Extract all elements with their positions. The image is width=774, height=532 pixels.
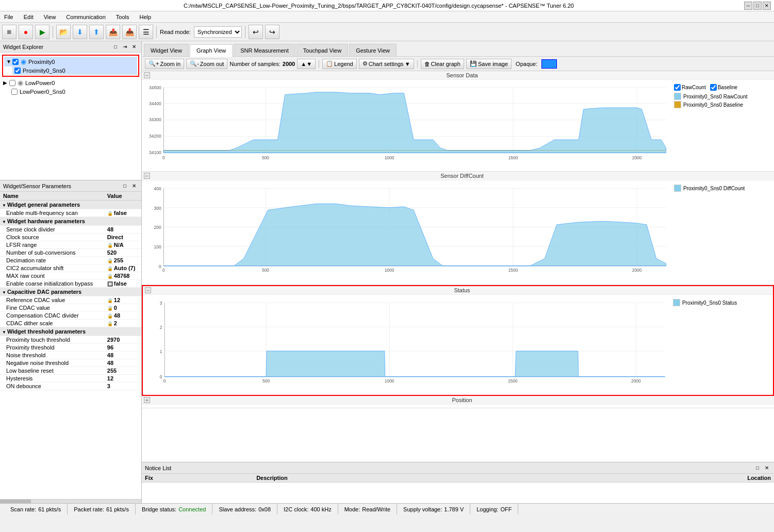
minimize-button[interactable]: ─ <box>744 2 752 10</box>
zoom-in-button[interactable]: 🔍+ Zoom in <box>145 59 184 69</box>
opaque-label: Opaque: <box>516 61 537 67</box>
param-value: 520 <box>104 249 141 257</box>
tree-toggle-lowpower0[interactable]: ▶ <box>3 80 8 86</box>
window-controls: ─ □ ✕ <box>744 2 771 10</box>
params-scrollbar[interactable] <box>0 499 141 503</box>
download-button[interactable]: ⬇ <box>73 25 87 39</box>
widget-explorer-header: Widget Explorer □ ⇥ ✕ <box>0 41 141 53</box>
record-button[interactable]: ● <box>19 25 33 39</box>
param-name: CIC2 accumulator shift <box>0 264 104 272</box>
params-panel-controls: □ ✕ <box>121 182 138 190</box>
param-value: 🔒12 <box>104 296 141 304</box>
menu-view[interactable]: View <box>42 13 58 21</box>
svg-text:2000: 2000 <box>631 378 641 384</box>
toolbar-separator-2 <box>156 26 157 38</box>
menu-tools[interactable]: Tools <box>114 13 131 21</box>
chart-status-collapse[interactable]: − <box>145 287 151 293</box>
upload-button[interactable]: ⬆ <box>89 25 104 39</box>
notice-col-description: Description <box>253 474 543 483</box>
export-button[interactable]: 📥 <box>122 25 137 39</box>
widget-explorer-icon2[interactable]: ⇥ <box>121 43 129 51</box>
status-logging: Logging: OFF <box>470 504 518 514</box>
undo-button[interactable]: ↩ <box>249 25 263 39</box>
notice-icon1[interactable]: □ <box>753 464 762 472</box>
lowpower0-checkbox[interactable] <box>9 80 15 86</box>
lowpower0-sns0-checkbox[interactable] <box>11 89 18 95</box>
tab-widget-view[interactable]: Widget View <box>144 44 189 56</box>
menu-communication[interactable]: Communication <box>64 13 107 21</box>
tree-node-proximity0-sns0[interactable]: Proximity0_Sns0 <box>12 66 137 75</box>
chart-status-title: Status <box>153 287 771 293</box>
menu-edit[interactable]: Edit <box>22 13 36 21</box>
maximize-button[interactable]: □ <box>753 2 762 10</box>
param-value: 🔒0 <box>104 304 141 312</box>
menu-file[interactable]: File <box>2 13 15 21</box>
lock-icon: 🔒 <box>107 266 113 271</box>
close-button[interactable]: ✕ <box>763 2 771 10</box>
toolbar-separator-1 <box>53 26 53 38</box>
chart-position-collapse[interactable]: + <box>144 397 150 403</box>
menu-help[interactable]: Help <box>137 13 153 21</box>
svg-text:1: 1 <box>160 349 162 354</box>
stop-button[interactable]: ⏹ <box>2 25 17 39</box>
proximity0-checkbox[interactable] <box>12 59 19 65</box>
proximity0-sns0-checkbox[interactable] <box>14 68 21 74</box>
chart-diffcount-collapse[interactable]: − <box>144 173 150 179</box>
param-row: Low baseline reset255 <box>0 367 141 375</box>
tree-node-proximity0[interactable]: ▼ ◉ Proximity0 <box>4 57 137 66</box>
graph-toolbar: 🔍+ Zoom in 🔍- Zoom out Number of samples… <box>142 57 774 71</box>
logging-label: Logging: <box>476 506 498 512</box>
notice-table-area: Fix Description Location <box>142 474 774 503</box>
svg-text:500: 500 <box>262 268 269 273</box>
legend-button[interactable]: 📋 Legend <box>322 59 357 69</box>
param-value: 🔒48 <box>104 312 141 320</box>
save-image-icon: 💾 <box>470 60 477 67</box>
param-name: Reference CDAC value <box>0 296 104 304</box>
diffcount-color <box>674 185 681 192</box>
chart-status-legend: Proximity0_Sns0 Status <box>670 295 773 393</box>
save-image-button[interactable]: 💾 Save image <box>466 59 512 69</box>
chart-sensor-data-collapse[interactable]: − <box>144 72 150 78</box>
param-name: Low baseline reset <box>0 367 104 375</box>
tab-gesture-view[interactable]: Gesture View <box>349 44 397 56</box>
status-scan-rate: Scan rate: 61 pkts/s <box>4 504 68 514</box>
chart-settings-button[interactable]: ⚙ Chart settings ▼ <box>359 59 414 69</box>
baseline-checkbox[interactable] <box>710 84 717 91</box>
baseline-text: Proximity0_Sns0 Baseline <box>683 102 743 108</box>
svg-text:1500: 1500 <box>508 268 518 273</box>
chart-sensor-data-svg-area: 34500 34400 34300 34200 34100 0 500 1000… <box>142 80 671 169</box>
tree-node-lowpower0[interactable]: ▶ ◉ LowPower0 <box>1 78 140 88</box>
widget-explorer-close[interactable]: ✕ <box>130 43 138 51</box>
window-title: C:/mtw/MSCLP_CAPSENSE_Low-Power_Proximit… <box>13 3 744 9</box>
tab-touchpad-view[interactable]: Touchpad View <box>297 44 348 56</box>
svg-text:34100: 34100 <box>149 150 161 155</box>
svg-text:1000: 1000 <box>385 268 394 273</box>
read-mode-select[interactable]: Synchronized Continuous <box>194 26 242 38</box>
redo-button[interactable]: ↪ <box>265 25 279 39</box>
zoom-out-button[interactable]: 🔍- Zoom out <box>186 59 227 69</box>
opaque-bar[interactable] <box>541 59 557 69</box>
samples-stepper[interactable]: ▲▼ <box>297 59 316 69</box>
lock-icon: 🔒 <box>107 298 113 303</box>
notice-close[interactable]: ✕ <box>763 464 771 472</box>
widget-explorer-icon1[interactable]: □ <box>111 43 120 51</box>
tree-node-lowpower0-sns0[interactable]: LowPower0_Sns0 <box>9 88 140 96</box>
rawcount-checkbox[interactable] <box>674 84 681 91</box>
clear-graph-button[interactable]: 🗑 Clear graph <box>421 59 464 69</box>
widget-explorer: Widget Explorer □ ⇥ ✕ ▼ ◉ Proximity0 <box>0 41 141 180</box>
import-button[interactable]: 📤 <box>106 25 120 39</box>
sensor-data-svg: 34500 34400 34300 34200 34100 0 500 1000… <box>142 80 671 168</box>
notice-list: Notice List □ ✕ Fix Description Location <box>142 462 774 503</box>
tab-snr-measurement[interactable]: SNR Measurement <box>234 44 295 56</box>
tree-toggle-proximity0[interactable]: ▼ <box>6 59 11 64</box>
tab-graph-view[interactable]: Graph View <box>190 44 233 57</box>
params-close[interactable]: ✕ <box>130 182 138 190</box>
play-button[interactable]: ▶ <box>35 25 50 39</box>
scan-rate-label: Scan rate: <box>10 506 36 512</box>
params-scrollbar-thumb[interactable] <box>0 500 31 503</box>
list-button[interactable]: ☰ <box>139 25 153 39</box>
params-icon1[interactable]: □ <box>121 182 129 190</box>
open-button[interactable]: 📂 <box>56 25 71 39</box>
svg-text:34400: 34400 <box>149 101 161 106</box>
param-row: Reference CDAC value🔒12 <box>0 296 141 304</box>
